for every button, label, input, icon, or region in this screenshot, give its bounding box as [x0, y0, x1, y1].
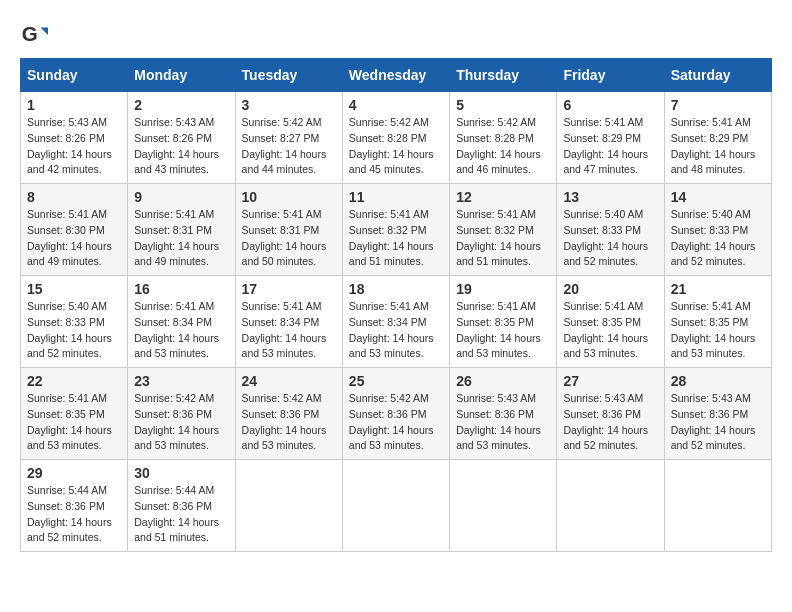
calendar-cell: 10 Sunrise: 5:41 AMSunset: 8:31 PMDaylig…	[235, 184, 342, 276]
calendar-cell: 9 Sunrise: 5:41 AMSunset: 8:31 PMDayligh…	[128, 184, 235, 276]
day-info: Sunrise: 5:43 AMSunset: 8:26 PMDaylight:…	[134, 115, 228, 178]
calendar-week-5: 29 Sunrise: 5:44 AMSunset: 8:36 PMDaylig…	[21, 460, 772, 552]
calendar-cell: 19 Sunrise: 5:41 AMSunset: 8:35 PMDaylig…	[450, 276, 557, 368]
day-number: 10	[242, 189, 336, 205]
weekday-header-saturday: Saturday	[664, 59, 771, 92]
day-number: 8	[27, 189, 121, 205]
calendar-cell: 26 Sunrise: 5:43 AMSunset: 8:36 PMDaylig…	[450, 368, 557, 460]
calendar-cell: 4 Sunrise: 5:42 AMSunset: 8:28 PMDayligh…	[342, 92, 449, 184]
calendar-cell: 27 Sunrise: 5:43 AMSunset: 8:36 PMDaylig…	[557, 368, 664, 460]
day-number: 3	[242, 97, 336, 113]
calendar-week-4: 22 Sunrise: 5:41 AMSunset: 8:35 PMDaylig…	[21, 368, 772, 460]
day-number: 27	[563, 373, 657, 389]
day-number: 14	[671, 189, 765, 205]
day-number: 24	[242, 373, 336, 389]
day-number: 18	[349, 281, 443, 297]
day-number: 21	[671, 281, 765, 297]
day-number: 19	[456, 281, 550, 297]
day-info: Sunrise: 5:41 AMSunset: 8:30 PMDaylight:…	[27, 207, 121, 270]
day-number: 2	[134, 97, 228, 113]
day-info: Sunrise: 5:40 AMSunset: 8:33 PMDaylight:…	[563, 207, 657, 270]
day-info: Sunrise: 5:41 AMSunset: 8:35 PMDaylight:…	[671, 299, 765, 362]
calendar-cell: 5 Sunrise: 5:42 AMSunset: 8:28 PMDayligh…	[450, 92, 557, 184]
calendar-week-3: 15 Sunrise: 5:40 AMSunset: 8:33 PMDaylig…	[21, 276, 772, 368]
day-info: Sunrise: 5:40 AMSunset: 8:33 PMDaylight:…	[671, 207, 765, 270]
day-info: Sunrise: 5:41 AMSunset: 8:29 PMDaylight:…	[671, 115, 765, 178]
day-info: Sunrise: 5:41 AMSunset: 8:35 PMDaylight:…	[27, 391, 121, 454]
calendar-cell: 18 Sunrise: 5:41 AMSunset: 8:34 PMDaylig…	[342, 276, 449, 368]
day-number: 16	[134, 281, 228, 297]
calendar-cell: 25 Sunrise: 5:42 AMSunset: 8:36 PMDaylig…	[342, 368, 449, 460]
calendar-cell: 24 Sunrise: 5:42 AMSunset: 8:36 PMDaylig…	[235, 368, 342, 460]
day-number: 23	[134, 373, 228, 389]
weekday-header-thursday: Thursday	[450, 59, 557, 92]
day-number: 1	[27, 97, 121, 113]
svg-marker-1	[41, 27, 48, 34]
day-info: Sunrise: 5:42 AMSunset: 8:28 PMDaylight:…	[349, 115, 443, 178]
day-info: Sunrise: 5:41 AMSunset: 8:32 PMDaylight:…	[456, 207, 550, 270]
day-number: 17	[242, 281, 336, 297]
day-info: Sunrise: 5:43 AMSunset: 8:36 PMDaylight:…	[563, 391, 657, 454]
calendar-cell: 14 Sunrise: 5:40 AMSunset: 8:33 PMDaylig…	[664, 184, 771, 276]
day-info: Sunrise: 5:40 AMSunset: 8:33 PMDaylight:…	[27, 299, 121, 362]
day-info: Sunrise: 5:41 AMSunset: 8:31 PMDaylight:…	[242, 207, 336, 270]
day-number: 22	[27, 373, 121, 389]
calendar-cell: 2 Sunrise: 5:43 AMSunset: 8:26 PMDayligh…	[128, 92, 235, 184]
day-number: 30	[134, 465, 228, 481]
calendar-cell: 1 Sunrise: 5:43 AMSunset: 8:26 PMDayligh…	[21, 92, 128, 184]
calendar-cell: 13 Sunrise: 5:40 AMSunset: 8:33 PMDaylig…	[557, 184, 664, 276]
day-info: Sunrise: 5:44 AMSunset: 8:36 PMDaylight:…	[27, 483, 121, 546]
day-info: Sunrise: 5:41 AMSunset: 8:34 PMDaylight:…	[349, 299, 443, 362]
day-info: Sunrise: 5:42 AMSunset: 8:36 PMDaylight:…	[349, 391, 443, 454]
calendar-cell: 7 Sunrise: 5:41 AMSunset: 8:29 PMDayligh…	[664, 92, 771, 184]
logo-icon: G	[20, 20, 48, 48]
calendar-week-1: 1 Sunrise: 5:43 AMSunset: 8:26 PMDayligh…	[21, 92, 772, 184]
calendar-cell: 11 Sunrise: 5:41 AMSunset: 8:32 PMDaylig…	[342, 184, 449, 276]
day-info: Sunrise: 5:41 AMSunset: 8:35 PMDaylight:…	[456, 299, 550, 362]
day-number: 15	[27, 281, 121, 297]
svg-text:G: G	[22, 22, 38, 45]
day-number: 29	[27, 465, 121, 481]
day-number: 12	[456, 189, 550, 205]
calendar: SundayMondayTuesdayWednesdayThursdayFrid…	[20, 58, 772, 552]
calendar-cell: 3 Sunrise: 5:42 AMSunset: 8:27 PMDayligh…	[235, 92, 342, 184]
calendar-week-2: 8 Sunrise: 5:41 AMSunset: 8:30 PMDayligh…	[21, 184, 772, 276]
calendar-cell: 22 Sunrise: 5:41 AMSunset: 8:35 PMDaylig…	[21, 368, 128, 460]
calendar-cell: 17 Sunrise: 5:41 AMSunset: 8:34 PMDaylig…	[235, 276, 342, 368]
day-info: Sunrise: 5:41 AMSunset: 8:34 PMDaylight:…	[242, 299, 336, 362]
weekday-header-wednesday: Wednesday	[342, 59, 449, 92]
day-info: Sunrise: 5:42 AMSunset: 8:36 PMDaylight:…	[134, 391, 228, 454]
calendar-cell	[557, 460, 664, 552]
calendar-cell	[235, 460, 342, 552]
calendar-cell: 15 Sunrise: 5:40 AMSunset: 8:33 PMDaylig…	[21, 276, 128, 368]
calendar-cell: 23 Sunrise: 5:42 AMSunset: 8:36 PMDaylig…	[128, 368, 235, 460]
day-info: Sunrise: 5:41 AMSunset: 8:35 PMDaylight:…	[563, 299, 657, 362]
calendar-cell: 12 Sunrise: 5:41 AMSunset: 8:32 PMDaylig…	[450, 184, 557, 276]
calendar-cell	[450, 460, 557, 552]
day-info: Sunrise: 5:41 AMSunset: 8:29 PMDaylight:…	[563, 115, 657, 178]
weekday-header-sunday: Sunday	[21, 59, 128, 92]
day-number: 6	[563, 97, 657, 113]
day-info: Sunrise: 5:42 AMSunset: 8:27 PMDaylight:…	[242, 115, 336, 178]
header: G	[20, 20, 772, 48]
calendar-cell: 30 Sunrise: 5:44 AMSunset: 8:36 PMDaylig…	[128, 460, 235, 552]
calendar-cell	[664, 460, 771, 552]
day-info: Sunrise: 5:42 AMSunset: 8:36 PMDaylight:…	[242, 391, 336, 454]
day-number: 9	[134, 189, 228, 205]
calendar-cell: 20 Sunrise: 5:41 AMSunset: 8:35 PMDaylig…	[557, 276, 664, 368]
day-info: Sunrise: 5:43 AMSunset: 8:26 PMDaylight:…	[27, 115, 121, 178]
calendar-cell: 8 Sunrise: 5:41 AMSunset: 8:30 PMDayligh…	[21, 184, 128, 276]
calendar-cell: 16 Sunrise: 5:41 AMSunset: 8:34 PMDaylig…	[128, 276, 235, 368]
day-info: Sunrise: 5:44 AMSunset: 8:36 PMDaylight:…	[134, 483, 228, 546]
day-number: 4	[349, 97, 443, 113]
day-info: Sunrise: 5:42 AMSunset: 8:28 PMDaylight:…	[456, 115, 550, 178]
day-info: Sunrise: 5:43 AMSunset: 8:36 PMDaylight:…	[456, 391, 550, 454]
weekday-header-tuesday: Tuesday	[235, 59, 342, 92]
calendar-cell: 21 Sunrise: 5:41 AMSunset: 8:35 PMDaylig…	[664, 276, 771, 368]
day-info: Sunrise: 5:41 AMSunset: 8:32 PMDaylight:…	[349, 207, 443, 270]
day-number: 13	[563, 189, 657, 205]
weekday-header-monday: Monday	[128, 59, 235, 92]
calendar-cell: 6 Sunrise: 5:41 AMSunset: 8:29 PMDayligh…	[557, 92, 664, 184]
day-info: Sunrise: 5:41 AMSunset: 8:34 PMDaylight:…	[134, 299, 228, 362]
weekday-header-row: SundayMondayTuesdayWednesdayThursdayFrid…	[21, 59, 772, 92]
